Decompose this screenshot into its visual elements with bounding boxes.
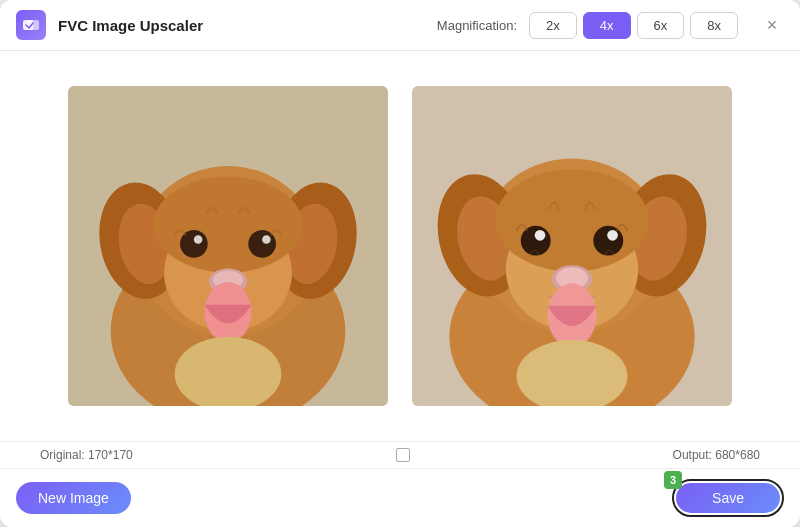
titlebar: FVC Image Upscaler Magnification: 2x 4x … xyxy=(0,0,800,51)
magnification-label: Magnification: xyxy=(437,18,517,33)
image-area xyxy=(0,51,800,441)
mag-btn-2x[interactable]: 2x xyxy=(529,12,577,39)
svg-point-10 xyxy=(153,177,302,273)
original-dog-image xyxy=(68,86,388,406)
svg-point-31 xyxy=(535,230,546,241)
status-original: Original: 170*170 xyxy=(40,448,133,462)
divider-icon xyxy=(396,448,410,462)
save-badge: 3 xyxy=(664,471,682,489)
mag-btn-8x[interactable]: 8x xyxy=(690,12,738,39)
svg-point-14 xyxy=(262,235,271,244)
magnification-buttons: 2x 4x 6x 8x xyxy=(529,12,738,39)
save-button-outline: Save xyxy=(672,479,784,517)
save-button[interactable]: Save xyxy=(676,483,780,513)
save-wrapper: 3 Save xyxy=(672,479,784,517)
app-window: FVC Image Upscaler Magnification: 2x 4x … xyxy=(0,0,800,527)
upscaled-image-panel xyxy=(412,86,732,406)
close-button[interactable]: × xyxy=(760,13,784,37)
mag-btn-4x[interactable]: 4x xyxy=(583,12,631,39)
bottombar: New Image 3 Save xyxy=(0,468,800,527)
new-image-button[interactable]: New Image xyxy=(16,482,131,514)
upscaled-dog-image xyxy=(412,86,732,406)
mag-btn-6x[interactable]: 6x xyxy=(637,12,685,39)
app-title: FVC Image Upscaler xyxy=(58,17,203,34)
status-output: Output: 680*680 xyxy=(673,448,760,462)
svg-point-29 xyxy=(521,226,551,256)
app-logo xyxy=(16,10,46,40)
svg-point-30 xyxy=(593,226,623,256)
original-image-panel xyxy=(68,86,388,406)
svg-point-32 xyxy=(607,230,618,241)
svg-point-13 xyxy=(194,235,203,244)
svg-point-28 xyxy=(495,169,649,271)
statusbar: Original: 170*170 Output: 680*680 xyxy=(0,441,800,468)
